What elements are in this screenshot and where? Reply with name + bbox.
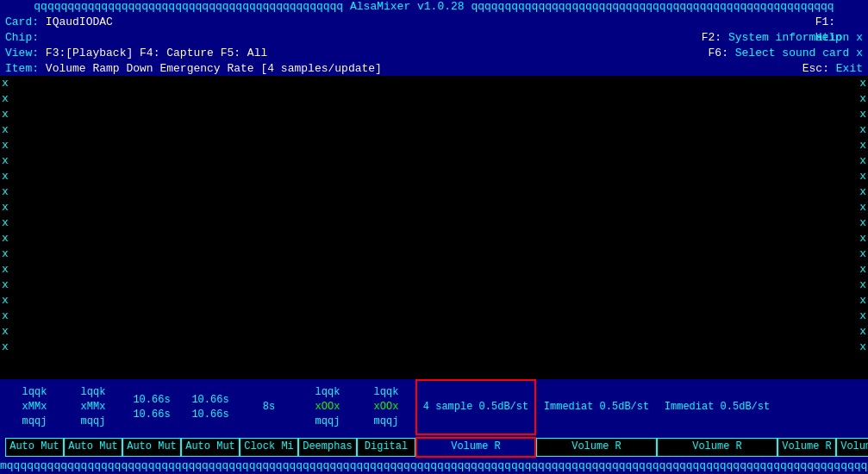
ch0-top: lqqkxMMxmqqj <box>22 385 47 428</box>
bottom-section: lqqkxMMxmqqj lqqkxMMxmqqj 10.66s10.66s 1… <box>0 379 868 474</box>
label-10[interactable]: Volume R <box>777 438 836 457</box>
f2-key: F2: <box>702 31 721 44</box>
right-xs: x x x x x x x x x x x x x x x x x x <box>859 76 866 355</box>
label-8[interactable]: Volume R <box>536 438 657 457</box>
label-4[interactable]: Clock Mi <box>240 438 298 457</box>
chip-info: Chip: <box>5 30 39 44</box>
f1-key: F1: <box>815 16 835 28</box>
label-5[interactable]: Deemphas <box>298 438 357 457</box>
f6-key: F6: <box>709 47 728 59</box>
channel-2[interactable]: 10.66s10.66s <box>122 379 181 435</box>
chip-label: Chip: <box>5 31 39 44</box>
view-label: View: <box>5 47 39 59</box>
label-0[interactable]: Auto Mut <box>5 438 64 457</box>
view-info: View: F3:[Playback] F4: Capture F5: All <box>5 46 267 59</box>
card-label: Card: <box>5 16 39 28</box>
channel-6[interactable]: lqqkxOOxmqqj <box>357 379 415 435</box>
item-info: Item: Volume Ramp Down Emergency Rate [4… <box>5 61 382 75</box>
item-value: Volume Ramp Down Emergency Rate [4 sampl… <box>46 62 382 75</box>
f1-info: F1: Help <box>815 15 863 28</box>
f6-val: Select sound card x <box>735 47 863 59</box>
channel-10[interactable] <box>777 379 836 435</box>
top-q-text: qqqqqqqqqqqqqqqqqqqqqqqqqqqqqqqqqqqqqqqq… <box>34 0 834 14</box>
channel-0[interactable]: lqqkxMMxmqqj <box>5 379 64 435</box>
ch3-top: 10.66s10.66s <box>191 393 228 422</box>
f2-info: F2: System information x <box>702 30 863 44</box>
esc-info: Esc: Exit <box>802 61 863 75</box>
channel-8[interactable]: Immediat 0.5dB/st <box>536 379 657 435</box>
channel-4[interactable]: 8s <box>240 379 298 435</box>
header-row-1: Card: IQaudIODAC F1: Help <box>0 14 868 29</box>
view-value: F3:[Playback] F4: Capture F5: All <box>46 47 267 59</box>
mixer-channels: lqqkxMMxmqqj lqqkxMMxmqqj 10.66s10.66s 1… <box>0 379 868 435</box>
card-value: IQaudIODAC <box>46 16 113 28</box>
f2-val: System information x <box>728 31 863 44</box>
card-info: Card: IQaudIODAC <box>5 15 815 28</box>
header-section: Card: IQaudIODAC F1: Help <box>0 14 868 76</box>
screen: qqqqqqqqqqqqqqqqqqqqqqqqqqqqqqqqqqqqqqqq… <box>0 0 868 474</box>
ch8-top: Immediat 0.5dB/st <box>544 400 649 415</box>
item-label: Item: <box>5 62 39 75</box>
label-1[interactable]: Auto Mut <box>64 438 122 457</box>
label-2[interactable]: Auto Mut <box>122 438 181 457</box>
bottom-border: mqqqqqqqqqqqqqqqqqqqqqqqqqqqqqqqqqqqqqqq… <box>0 459 868 473</box>
ch7-top: 4 sample 0.5dB/st <box>423 400 528 415</box>
ch2-top: 10.66s10.66s <box>133 393 170 422</box>
label-9[interactable]: Volume R <box>657 438 777 457</box>
bottom-q-text: mqqqqqqqqqqqqqqqqqqqqqqqqqqqqqqqqqqqqqqq… <box>0 459 868 472</box>
ch4-top: 8s <box>263 400 275 415</box>
left-arrows: x x x x x x x x x x x x x x x x x x <box>2 76 9 355</box>
f6-info: F6: Select sound card x <box>709 46 863 59</box>
header-row-4: Item: Volume Ramp Down Emergency Rate [4… <box>0 60 868 76</box>
label-6[interactable]: Digital <box>357 438 415 457</box>
channel-3[interactable]: 10.66s10.66s <box>181 379 240 435</box>
header-row-3: View: F3:[Playback] F4: Capture F5: All … <box>0 45 868 60</box>
main-area: x x x x x x x x x x x x x x x x x x x x … <box>0 76 868 379</box>
channel-1[interactable]: lqqkxMMxmqqj <box>64 379 122 435</box>
channel-7-redbox[interactable]: 4 sample 0.5dB/st <box>415 379 536 435</box>
ch1-top: lqqkxMMxmqqj <box>81 385 106 428</box>
labels-row: Auto Mut Auto Mut Auto Mut Auto Mut Cloc… <box>0 435 868 459</box>
esc-key: Esc: <box>802 62 829 75</box>
ch9-top: Immediat 0.5dB/st <box>665 400 770 415</box>
ch6-top: lqqkxOOxmqqj <box>374 385 399 428</box>
esc-val: Exit <box>836 62 863 75</box>
channel-9[interactable]: Immediat 0.5dB/st <box>657 379 777 435</box>
channel-5[interactable]: lqqkxOOxmqqj <box>298 379 357 435</box>
top-border: qqqqqqqqqqqqqqqqqqqqqqqqqqqqqqqqqqqqqqqq… <box>0 0 868 14</box>
label-7-redbox[interactable]: Volume R <box>415 437 536 458</box>
label-3[interactable]: Auto Mut <box>181 438 240 457</box>
ch5-top: lqqkxOOxmqqj <box>315 385 340 428</box>
label-11[interactable]: Volume R <box>836 438 868 457</box>
